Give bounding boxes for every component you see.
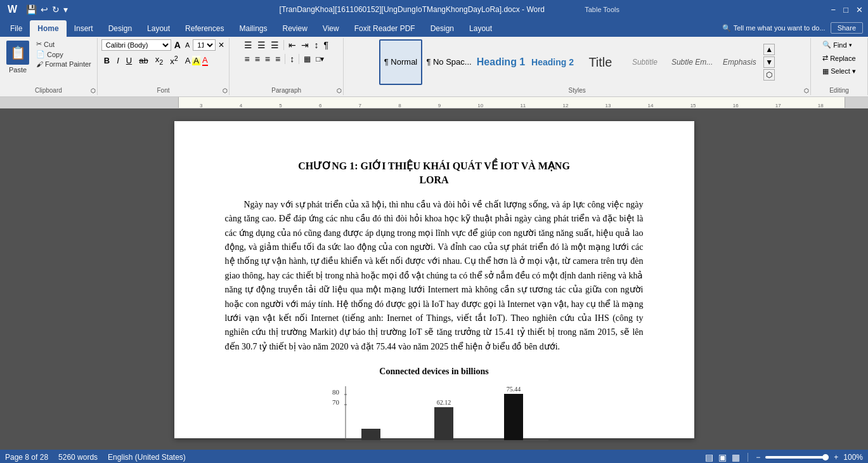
- svg-text:70: 70: [332, 398, 340, 406]
- align-left-button[interactable]: ≡: [242, 53, 251, 65]
- find-button[interactable]: 🔍 Find ▾: [820, 39, 854, 50]
- align-right-button[interactable]: ≡: [263, 53, 272, 65]
- quick-access-more-button[interactable]: ▾: [63, 4, 68, 15]
- title-bar: W 💾 ↩ ↻ ▾ [TranDangKhoa][1611060152][Ung…: [0, 0, 868, 19]
- close-button[interactable]: ✕: [856, 5, 863, 15]
- tell-me-box[interactable]: 🔍 Tell me what you want to do...: [717, 23, 831, 34]
- minimize-button[interactable]: −: [831, 5, 836, 15]
- paste-button[interactable]: 📋 Paste: [4, 39, 32, 75]
- tab-home[interactable]: Home: [30, 20, 66, 37]
- cut-button[interactable]: ✂ Cut: [34, 39, 93, 49]
- tab-insert[interactable]: Insert: [67, 20, 101, 37]
- tab-design2[interactable]: Design: [423, 20, 462, 37]
- styles-scroll-buttons: ▲ ▼ ⬡: [763, 44, 775, 81]
- sort-button[interactable]: ↕: [312, 39, 320, 51]
- superscript-button[interactable]: x2: [167, 53, 181, 67]
- maximize-button[interactable]: □: [843, 5, 848, 15]
- underline-button[interactable]: U: [124, 55, 134, 67]
- replace-button[interactable]: ⇄ Replace: [820, 53, 858, 63]
- tab-layout[interactable]: Layout: [139, 20, 178, 37]
- line-spacing-button[interactable]: ↕: [288, 53, 296, 65]
- select-row: ▦ Select ▾: [822, 67, 856, 75]
- zoom-out-button[interactable]: −: [756, 453, 760, 462]
- clear-formatting-button[interactable]: ✕: [217, 40, 225, 50]
- tab-foxit[interactable]: Foxit Reader PDF: [347, 20, 423, 37]
- zoom-in-button[interactable]: +: [834, 453, 838, 462]
- view-web-button[interactable]: ▦: [732, 452, 740, 462]
- text-effects-button[interactable]: A: [185, 56, 191, 65]
- align-center-button[interactable]: ≡: [253, 53, 262, 65]
- font-group: Calibri (Body) A A 11 ✕ B I U ab x2 x2 A…: [98, 38, 230, 95]
- tab-design[interactable]: Design: [101, 20, 139, 37]
- ruler-left-margin: [0, 97, 8, 108]
- highlight-color-button[interactable]: A: [192, 56, 200, 65]
- tab-file[interactable]: File: [3, 20, 30, 37]
- svg-rect-5: [434, 407, 453, 440]
- shading-button[interactable]: ▦: [302, 54, 313, 64]
- tab-mailings[interactable]: Mailings: [231, 20, 275, 37]
- style-emphasis[interactable]: Emphasis: [718, 39, 761, 85]
- tab-view[interactable]: View: [315, 20, 347, 37]
- decrease-indent-button[interactable]: ⇤: [287, 39, 298, 51]
- svg-text:62.12: 62.12: [436, 399, 451, 406]
- copy-button[interactable]: 📄 Copy: [34, 49, 93, 59]
- format-painter-button[interactable]: 🖌 Format Painter: [34, 60, 93, 68]
- find-row: 🔍 Find ▾: [822, 41, 852, 49]
- font-expand-icon[interactable]: ⬡: [223, 88, 228, 94]
- font-group-label: Font: [101, 87, 225, 94]
- style-no-space[interactable]: ¶ No Spac...: [424, 39, 474, 85]
- italic-button[interactable]: I: [114, 55, 122, 67]
- zoom-slider[interactable]: [765, 456, 829, 459]
- document-area[interactable]: CHƯƠNG 1: GIỚI THIỆU KHÁI QUÁT VỀ IOT VÀ…: [0, 108, 868, 450]
- style-subtle-em[interactable]: Subtle Em...: [668, 39, 716, 85]
- find-icon: 🔍: [822, 41, 831, 49]
- show-hide-button[interactable]: ¶: [321, 39, 330, 51]
- style-heading2[interactable]: Heading 2: [528, 39, 578, 85]
- styles-scroll-up-button[interactable]: ▲: [763, 44, 775, 55]
- share-button[interactable]: Share: [831, 22, 863, 34]
- editing-group-label: Editing: [815, 87, 864, 94]
- status-divider: [748, 453, 748, 462]
- bold-button[interactable]: B: [101, 55, 112, 67]
- styles-expand-button[interactable]: ⬡: [763, 69, 775, 81]
- body-paragraph: Ngày nay với sự phát triển của xã hội, t…: [225, 198, 644, 354]
- tab-layout2[interactable]: Layout: [462, 20, 500, 37]
- multilevel-button[interactable]: ☰: [269, 39, 281, 51]
- font-color-button[interactable]: A: [202, 55, 208, 66]
- view-normal-button[interactable]: ▤: [705, 452, 713, 462]
- borders-button[interactable]: □▾: [314, 54, 326, 64]
- style-subtitle[interactable]: Subtitle: [623, 39, 666, 85]
- select-button[interactable]: ▦ Select ▾: [820, 66, 858, 77]
- styles-group-label: Styles: [347, 87, 806, 94]
- save-button[interactable]: 💾: [26, 4, 37, 15]
- cut-icon: ✂: [36, 40, 42, 48]
- style-normal[interactable]: ¶ Normal: [379, 39, 422, 85]
- paragraph-expand-icon[interactable]: ⬡: [337, 88, 342, 94]
- zoom-thumb: [822, 454, 829, 460]
- clipboard-expand-icon[interactable]: ⬡: [91, 88, 96, 94]
- numbering-button[interactable]: ☰: [256, 39, 268, 51]
- font-shrink-button[interactable]: A: [184, 41, 191, 49]
- tab-references[interactable]: References: [178, 20, 231, 37]
- view-print-button[interactable]: ▣: [718, 452, 727, 462]
- redo-button[interactable]: ↻: [52, 4, 60, 15]
- justify-button[interactable]: ≡: [273, 53, 282, 65]
- tab-review[interactable]: Review: [275, 20, 314, 37]
- styles-scroll-down-button[interactable]: ▼: [763, 56, 775, 68]
- style-heading1[interactable]: Heading 1: [476, 39, 526, 85]
- increase-indent-button[interactable]: ⇥: [299, 39, 311, 51]
- chart-title: Connected devices in billions: [225, 367, 644, 377]
- undo-button[interactable]: ↩: [41, 4, 48, 15]
- ruler-white[interactable]: 3456789101112131415161718: [179, 97, 845, 108]
- bullets-button[interactable]: ☰: [242, 39, 254, 51]
- strikethrough-button[interactable]: ab: [136, 55, 150, 67]
- style-title[interactable]: Title: [579, 39, 622, 85]
- replace-icon: ⇄: [822, 54, 828, 62]
- font-name-select[interactable]: Calibri (Body): [101, 39, 171, 51]
- status-bar-left: Page 8 of 28 5260 words English (United …: [5, 453, 186, 462]
- font-size-select[interactable]: 11: [193, 39, 216, 51]
- subscript-button[interactable]: x2: [153, 53, 166, 67]
- styles-dialog-icon[interactable]: ⬡: [804, 88, 809, 94]
- font-grow-button[interactable]: A: [173, 39, 182, 51]
- styles-group-content: ¶ Normal ¶ No Spac... Heading 1 Heading …: [379, 39, 775, 85]
